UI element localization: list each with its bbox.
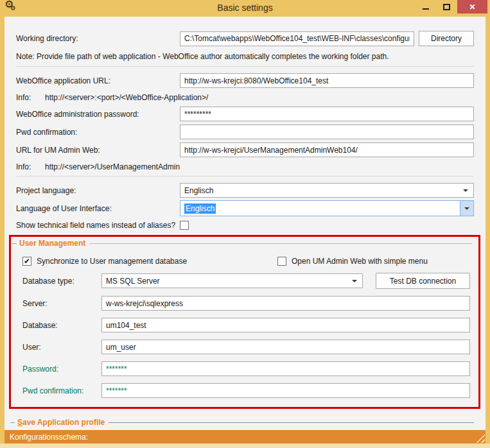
um-pwd-confirmation-row: Pwd confirmation: [11,383,478,398]
application-url-row: WebOffice application URL: [16,73,474,88]
pwd-confirmation-label: Pwd confirmation: [16,128,180,137]
um-pwd-confirmation-label: Pwd confirmation: [22,386,101,395]
server-label: Server: [22,299,101,308]
project-language-dropdown[interactable]: Englisch [180,183,474,198]
separator [16,176,474,177]
database-input[interactable] [101,318,470,332]
working-directory-label: Working directory: [16,34,180,43]
maximize-icon [443,4,450,10]
simple-menu-check-item: Open UM Admin Web with simple menu [277,257,470,266]
maximize-button[interactable] [436,0,457,13]
minimize-icon [423,8,429,10]
show-technical-row: Show technical field names instead of al… [16,221,474,230]
basic-settings-dialog: ⚙ ⚙ Basic settings ✕ Working directory: … [0,0,490,448]
user-management-group: User Management ✔ Synchronize to User ma… [9,235,480,409]
um-password-label: Password: [22,365,101,374]
status-text: Konfigurationsschema: [10,433,88,442]
test-db-connection-button[interactable]: Test DB connection [376,273,470,289]
um-password-input[interactable] [101,361,470,376]
project-language-row: Project language: Englisch [16,183,474,198]
ui-language-dropdown[interactable]: Englisch [180,200,474,216]
sync-checkbox[interactable]: ✔ [22,257,31,266]
directory-button[interactable]: Directory [419,31,474,46]
close-icon: ✕ [469,3,475,12]
working-directory-note: Note: Provide file path of web applicati… [16,52,474,61]
ui-language-label: Language of User Interface: [16,204,180,213]
server-row: Server: [11,296,478,311]
titlebar: ⚙ ⚙ Basic settings ✕ [0,0,490,17]
save-profile-header: Save Application profile [10,418,474,427]
dropdown-arrow-button[interactable] [460,201,473,216]
database-label: Database: [22,321,101,330]
um-password-row: Password: [11,361,478,376]
application-url-input[interactable] [180,73,474,88]
database-type-dropdown[interactable]: MS SQL Server [101,273,363,288]
um-pwd-confirmation-input[interactable] [101,383,470,398]
sync-checkbox-row: ✔ Synchronize to User management databas… [11,257,478,266]
application-url-label: WebOffice application URL: [16,76,180,85]
minimize-button[interactable] [415,0,436,13]
chevron-down-icon [464,207,469,210]
separator [16,66,474,67]
sync-checkbox-label: Synchronize to User management database [37,257,187,266]
admin-password-row: WebOffice administration password: [16,107,474,121]
show-technical-checkbox[interactable] [180,221,189,230]
sync-check-item: ✔ Synchronize to User management databas… [22,257,277,266]
user-management-title: User Management [19,239,85,248]
working-directory-row: Working directory: Directory [16,31,474,46]
database-type-row: Database type: MS SQL Server Test DB con… [11,273,478,289]
check-icon: ✔ [24,257,30,265]
window-controls: ✕ [415,0,487,13]
working-directory-input[interactable] [180,31,414,46]
database-row: Database: [11,318,478,332]
application-url-info: Info: http://<server>:<port>/<WebOffice-… [16,93,474,102]
um-admin-url-row: URL for UM Admin Web: [16,142,474,157]
user-input[interactable] [101,340,470,354]
save-profile-title: Save Application profile [17,418,105,427]
user-management-header: User Management [12,239,472,248]
um-admin-url-info: Info: http://<server>/UserManagementAdmi… [16,162,474,171]
simple-menu-checkbox-label: Open UM Admin Web with simple menu [292,257,428,266]
database-type-label: Database type: [22,277,101,286]
pwd-confirmation-row: Pwd confirmation: [16,125,474,139]
status-bar: Konfigurationsschema: [4,430,486,444]
admin-password-input[interactable] [180,107,474,121]
dialog-content: Working directory: Directory Note: Provi… [4,17,486,430]
pwd-confirmation-input[interactable] [180,125,474,139]
um-admin-url-label: URL for UM Admin Web: [16,146,180,155]
project-language-label: Project language: [16,186,180,195]
show-technical-label: Show technical field names instead of al… [16,221,180,230]
server-input[interactable] [101,296,470,311]
chevron-down-icon [463,189,468,192]
resize-grip-icon[interactable] [476,434,485,443]
ui-language-row: Language of User Interface: Englisch [16,200,474,216]
simple-menu-checkbox[interactable] [277,257,286,266]
close-button[interactable]: ✕ [457,0,487,13]
user-row: User: [11,340,478,354]
chevron-down-icon [352,280,357,282]
admin-password-label: WebOffice administration password: [16,110,180,119]
user-label: User: [22,343,101,352]
um-admin-url-input[interactable] [180,142,474,157]
window-bottom-border [0,444,490,448]
